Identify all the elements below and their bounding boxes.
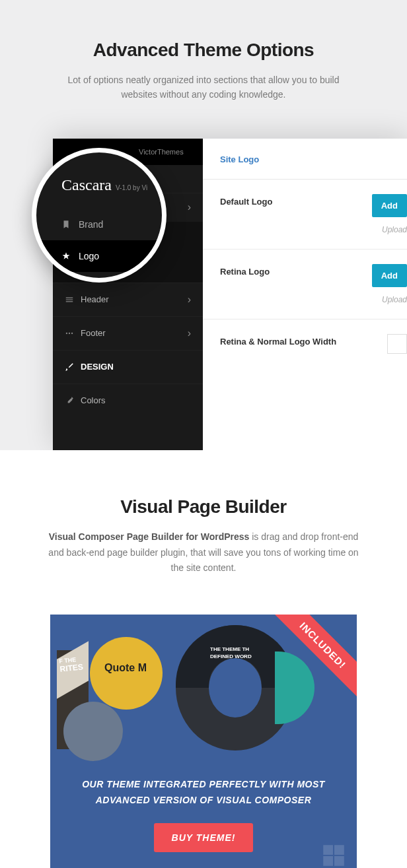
hero-title: Visual Page Builder: [26, 496, 381, 517]
hero-subtitle: Lot of options neatly organized into sec…: [58, 73, 349, 102]
dots-icon: [65, 329, 81, 338]
option-default-logo: Default Logo Add Upload: [203, 180, 407, 250]
svg-point-2: [71, 333, 73, 334]
bookmark-icon: [61, 220, 79, 229]
options-panel: CascaraV-1.0 by Vi Brand Logo VictorThem…: [53, 139, 407, 450]
option-label: Default Logo: [220, 194, 272, 207]
star-icon: [61, 251, 79, 261]
svg-point-0: [66, 333, 67, 334]
sidebar-item-label: DESIGN: [81, 362, 114, 372]
hero: Visual Page Builder Visual Composer Page…: [0, 496, 407, 576]
sidebar-item-design[interactable]: DESIGN: [53, 350, 203, 384]
brush-icon: [65, 362, 81, 372]
option-label: Retina Logo: [220, 264, 270, 277]
sidebar-item-label: Colors: [81, 395, 106, 405]
main-header: Site Logo: [203, 139, 407, 180]
sidebar-item-label: Brand: [79, 219, 103, 230]
sidebar-item-label: Logo: [79, 251, 99, 261]
promo-headline: OUR THEME INTEGRATED PERFECTLY WITH MOST…: [50, 764, 357, 809]
visual-composer-icon: [320, 842, 348, 868]
sidebar-item-label: Header: [81, 294, 109, 304]
add-button[interactable]: Add: [372, 194, 407, 217]
menu-icon: [65, 295, 81, 304]
option-label: Retina & Normal Logo Width: [220, 334, 336, 347]
hero: Advanced Theme Options Lot of options ne…: [0, 40, 407, 102]
sidebar-item-footer[interactable]: Footer: [53, 316, 203, 350]
main-content: Site Logo Default Logo Add Upload Retina…: [203, 139, 407, 450]
version-art: F THERITES Quote M THE THEME THDEFINED W…: [57, 625, 350, 764]
magnifier-lens: CascaraV-1.0 by Vi Brand Logo: [32, 148, 166, 283]
digit-5-art: F THERITES Quote M: [57, 630, 149, 749]
section-title: Site Logo: [220, 154, 390, 164]
logo-width-input[interactable]: [387, 334, 407, 354]
digit-0-art: THE THEME THDEFINED WORD: [176, 625, 295, 751]
sidebar-item-label: Footer: [81, 328, 106, 338]
option-retina-logo: Retina Logo Add Upload: [203, 250, 407, 319]
buy-theme-button[interactable]: BUY THEME!: [154, 823, 253, 852]
hero-title: Advanced Theme Options: [26, 40, 381, 61]
visual-page-builder-section: Visual Page Builder Visual Composer Page…: [0, 450, 407, 868]
product-version: V-1.0 by Vi: [116, 184, 147, 191]
option-logo-width: Retina & Normal Logo Width: [203, 319, 407, 368]
svg-point-1: [69, 333, 70, 334]
option-hint: Upload: [372, 295, 407, 304]
advanced-theme-options-section: Advanced Theme Options Lot of options ne…: [0, 0, 407, 450]
dropper-icon: [65, 396, 81, 405]
product-name: CascaraV-1.0 by Vi: [36, 176, 162, 194]
hero-subtitle: Visual Composer Page Builder for WordPre…: [48, 529, 359, 576]
sidebar-item-brand[interactable]: Brand: [36, 209, 162, 240]
add-button[interactable]: Add: [372, 264, 407, 287]
option-hint: Upload: [372, 225, 407, 234]
promo-banner: INCLUDED! F THERITES Quote M THE THEME T…: [50, 615, 357, 868]
sidebar-item-colors[interactable]: Colors: [53, 384, 203, 417]
sidebar-item-header[interactable]: Header: [53, 283, 203, 316]
